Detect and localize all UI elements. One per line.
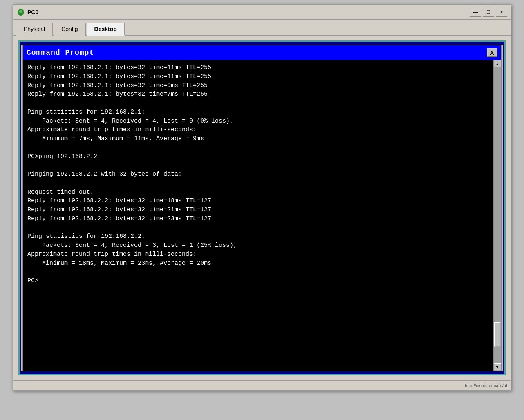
scroll-up-arrow[interactable]: ▲ bbox=[494, 60, 501, 67]
cmd-title: Command Prompt bbox=[27, 49, 94, 57]
tab-config[interactable]: Config bbox=[54, 23, 85, 36]
status-bar: http://cisco.com/go/pt bbox=[13, 380, 511, 390]
status-text: http://cisco.com/go/pt bbox=[465, 383, 507, 388]
terminal-wrapper: Reply from 192.168.2.1: bytes=32 time=11… bbox=[23, 60, 501, 371]
desktop-inner: Command Prompt X Reply from 192.168.2.1:… bbox=[21, 45, 503, 371]
cmd-close-button[interactable]: X bbox=[487, 48, 497, 57]
tab-physical[interactable]: Physical bbox=[16, 23, 53, 36]
window-controls: — ☐ ✕ bbox=[470, 8, 507, 17]
scrollbar: ▲ ▼ bbox=[493, 60, 501, 371]
scroll-down-arrow[interactable]: ▼ bbox=[494, 363, 501, 371]
main-content: Command Prompt X Reply from 192.168.2.1:… bbox=[13, 36, 511, 380]
tab-desktop[interactable]: Desktop bbox=[87, 23, 125, 36]
scroll-track[interactable] bbox=[494, 67, 501, 363]
svg-point-1 bbox=[19, 10, 22, 13]
main-window: PC0 — ☐ ✕ Physical Config Desktop Comman… bbox=[13, 4, 511, 391]
title-bar: PC0 — ☐ ✕ bbox=[13, 5, 511, 20]
cmd-titlebar: Command Prompt X bbox=[23, 45, 501, 60]
terminal-output[interactable]: Reply from 192.168.2.1: bytes=32 time=11… bbox=[23, 60, 493, 371]
scroll-thumb[interactable] bbox=[494, 322, 501, 347]
app-icon bbox=[17, 8, 25, 16]
maximize-button[interactable]: ☐ bbox=[483, 8, 494, 17]
title-bar-left: PC0 bbox=[17, 8, 38, 16]
tab-bar: Physical Config Desktop bbox=[13, 20, 511, 36]
window-title: PC0 bbox=[27, 9, 38, 16]
desktop-frame: Command Prompt X Reply from 192.168.2.1:… bbox=[18, 40, 506, 375]
command-prompt-window: Command Prompt X Reply from 192.168.2.1:… bbox=[22, 45, 502, 371]
close-button[interactable]: ✕ bbox=[496, 8, 507, 17]
minimize-button[interactable]: — bbox=[470, 8, 481, 17]
